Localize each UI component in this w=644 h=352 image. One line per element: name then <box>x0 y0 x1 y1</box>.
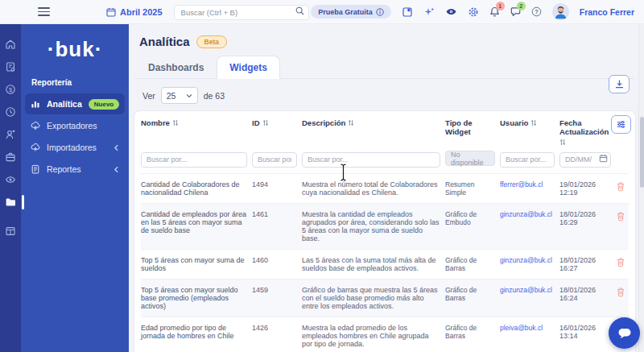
download-icon <box>614 79 625 89</box>
sidebar-item-exportadores[interactable]: Exportadores <box>25 115 125 136</box>
chevron-left-icon <box>114 144 119 151</box>
save-icon[interactable] <box>402 6 413 18</box>
chat-icon[interactable]: 2 <box>510 6 521 17</box>
main-content: Analítica Beta Dashboards Widgets Ver 25… <box>129 24 644 352</box>
page-size-select[interactable]: 25 <box>161 87 198 104</box>
user-name[interactable]: Franco Ferrer <box>580 7 634 17</box>
sidebar: $ ·buk· Reportería Analítica Nuevo Expor… <box>0 24 129 352</box>
widget-name: Cantidad de empleados por área en las 5 … <box>141 210 247 234</box>
gear-icon[interactable] <box>468 6 479 18</box>
help-icon[interactable]: ? <box>531 6 542 17</box>
widget-id: 1460 <box>252 256 297 264</box>
user-email-link[interactable]: ginzunza@buk.cl <box>500 286 552 294</box>
board-icon[interactable] <box>0 224 21 238</box>
nuevo-badge: Nuevo <box>89 99 119 110</box>
avatar[interactable] <box>552 3 569 20</box>
talent-icon[interactable] <box>0 172 21 187</box>
widget-id: 1426 <box>252 324 297 332</box>
cloud-upload-icon <box>31 143 40 152</box>
table-row: Top 5 áreas con mayor sueldo base promed… <box>141 279 629 317</box>
filter-nombre-input[interactable] <box>141 152 247 168</box>
table-body: Cantidad de Colaboradores de nacionalida… <box>141 173 629 352</box>
tasks-icon[interactable] <box>0 60 21 74</box>
menu-icon[interactable] <box>38 7 50 16</box>
period-selector[interactable]: Abril 2025 <box>106 7 163 17</box>
widget-description: Muestra el número total de Colaboradores… <box>302 180 440 197</box>
column-header-fecha[interactable]: Fecha Actualización <box>559 118 611 146</box>
sidebar-item-importadores[interactable]: Importadores <box>25 137 125 158</box>
global-search <box>174 4 309 20</box>
chevron-left-icon <box>114 166 119 173</box>
widget-updated-at: 18/01/2026 16:29 <box>559 210 611 226</box>
sort-icon <box>559 139 566 146</box>
widget-id: 1494 <box>252 180 297 188</box>
tab-dashboards[interactable]: Dashboards <box>135 56 217 79</box>
widget-type: Gráfico de Barras <box>445 324 495 340</box>
user-email-link[interactable]: ginzunza@buk.cl <box>500 256 552 264</box>
report-icon <box>31 164 40 174</box>
sort-icon <box>348 119 354 126</box>
svg-text:$: $ <box>9 86 13 93</box>
user-email-link[interactable]: ginzunza@buk.cl <box>500 210 552 218</box>
column-header-id[interactable]: ID <box>252 118 297 127</box>
icon-rail: $ <box>0 24 21 352</box>
page-head: Analítica Beta <box>129 24 644 48</box>
clock-icon[interactable] <box>0 105 21 119</box>
payments-icon[interactable]: $ <box>0 82 21 97</box>
download-button[interactable] <box>609 75 630 93</box>
tab-widgets[interactable]: Widgets <box>217 56 280 79</box>
home-icon[interactable] <box>0 37 21 52</box>
total-label: de 63 <box>204 91 225 101</box>
ver-label: Ver <box>142 91 155 101</box>
buk-logo: ·buk· <box>21 37 129 62</box>
widget-updated-at: 18/01/2026 16:27 <box>559 256 611 272</box>
documents-icon[interactable] <box>0 195 21 209</box>
search-icon <box>295 6 304 15</box>
beta-badge: Beta <box>196 35 227 48</box>
widget-updated-at: 16/01/2026 13:14 <box>559 324 611 340</box>
trial-badge-label: Prueba Gratuita <box>318 8 373 16</box>
user-email-link[interactable]: pleiva@buk.cl <box>500 324 543 332</box>
topbar: Abril 2025 Prueba Gratuita 1 2 <box>0 0 644 24</box>
column-header-nombre[interactable]: Nombre <box>141 118 247 127</box>
sort-icon <box>530 119 537 126</box>
trial-badge[interactable]: Prueba Gratuita <box>311 5 391 19</box>
widget-type: Gráfico de Barras <box>445 256 495 272</box>
chevron-down-icon <box>186 93 192 98</box>
sparkle-icon[interactable] <box>423 6 435 18</box>
sidebar-item-reportes[interactable]: Reportes <box>25 159 125 180</box>
chat-bubble-icon <box>617 326 633 341</box>
table-row: Top 5 áreas con mayor suma de sueldos 14… <box>141 249 629 279</box>
scrollbar-thumb[interactable] <box>640 117 644 188</box>
sidebar-item-label: Analítica <box>47 99 82 109</box>
calendar-icon <box>106 7 116 17</box>
page-scrollbar <box>638 24 644 352</box>
bell-icon[interactable]: 1 <box>489 6 500 17</box>
people-icon[interactable] <box>0 127 21 142</box>
column-header-tipo: Tipo de Widget <box>445 118 495 136</box>
search-input[interactable] <box>174 5 309 20</box>
widget-name: Edad promedio por tipo de jornada de hom… <box>141 324 247 340</box>
filter-descripcion-input[interactable] <box>302 152 440 168</box>
briefcase-icon[interactable] <box>0 150 21 164</box>
chat-fab-button[interactable] <box>609 317 640 349</box>
trash-icon[interactable] <box>616 211 625 222</box>
filter-usuario-input[interactable] <box>500 152 555 168</box>
sidebar-item-analitica[interactable]: Analítica Nuevo <box>25 93 125 114</box>
filter-button[interactable] <box>611 115 631 134</box>
column-header-usuario[interactable]: Usuario <box>500 118 555 127</box>
trash-icon[interactable] <box>616 287 625 297</box>
eye-icon[interactable] <box>445 7 457 16</box>
widget-description: Muestra la edad promedio de los empleado… <box>302 324 440 348</box>
cloud-download-icon <box>31 121 40 130</box>
widget-description: Muestra la cantidad de empleados agrupad… <box>302 210 440 242</box>
trash-icon[interactable] <box>616 257 625 267</box>
sidebar-item-label: Reportes <box>47 164 81 174</box>
column-header-descripcion[interactable]: Descripción <box>302 118 440 127</box>
filter-row: No disponible <box>141 149 629 173</box>
trash-icon[interactable] <box>616 181 625 192</box>
widgets-table: Nombre ID Descripción Tipo de Widget Usu… <box>134 110 636 352</box>
widget-updated-at: 18/01/2026 16:24 <box>559 286 611 302</box>
filter-id-input[interactable] <box>252 152 297 168</box>
user-email-link[interactable]: fferrer@buk.cl <box>500 180 543 188</box>
